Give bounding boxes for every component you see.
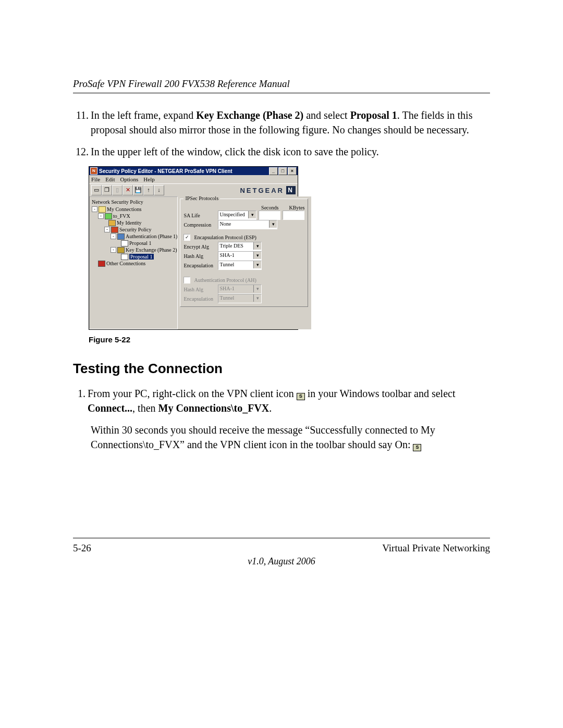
label-compression: Compression — [183, 222, 216, 228]
ah-checkbox[interactable] — [183, 277, 190, 283]
esp-checkbox[interactable]: ✓ — [183, 234, 190, 241]
section-heading: Testing the Connection — [73, 361, 490, 377]
menu-help[interactable]: Help — [143, 176, 154, 182]
test-step-1: 1. From your PC, right-click on the VPN … — [73, 386, 490, 415]
step-body: In the upper left of the window, click t… — [91, 144, 490, 159]
step-number: 1. — [73, 386, 85, 415]
bold: Key Exchange (Phase 2) — [196, 109, 303, 121]
menu-edit[interactable]: Edit — [105, 176, 115, 182]
step-body: In the left frame, expand Key Exchange (… — [91, 108, 490, 137]
label-encrypt: Encrypt Alg — [183, 244, 216, 250]
tree-other-connections[interactable]: Other Connections — [91, 260, 177, 267]
bold: My Connections\to_FVX — [158, 402, 270, 414]
label-esp: Encapsulation Protocol (ESP) — [194, 235, 256, 240]
encrypt-select[interactable]: Triple DES▾ — [218, 242, 262, 251]
toolbar-delete-icon[interactable]: ✕ — [123, 185, 133, 195]
text: , then — [132, 402, 158, 414]
label-salife: SA Life — [183, 213, 216, 218]
security-policy-editor-window: N Security Policy Editor - NETGEAR ProSa… — [89, 166, 298, 330]
tree-title: Network Security Policy — [91, 198, 177, 206]
toolbar-save-icon[interactable]: 💾 — [133, 185, 143, 195]
header-rule — [73, 93, 490, 93]
page-header: ProSafe VPN Firewall 200 FVX538 Referenc… — [73, 78, 490, 90]
salife-select[interactable]: Unspecified▾ — [218, 211, 256, 220]
toolbar: ▭ ❐ ▯ ✕ 💾 ↑ ↓ NETGEAR N — [89, 183, 298, 196]
policy-tree[interactable]: Network Security Policy -My Connections … — [89, 196, 178, 329]
toolbar-up-icon[interactable]: ↑ — [143, 185, 154, 195]
ah-encap-select: Tunnel▾ — [218, 294, 262, 303]
salife-seconds-input[interactable] — [259, 211, 280, 220]
app-icon: N — [90, 167, 97, 175]
window-title: Security Policy Editor - NETGEAR ProSafe… — [99, 168, 232, 174]
vpn-client-tray-icon-on: S — [413, 444, 421, 451]
label-hash: Hash Alg — [183, 253, 216, 259]
version-footer: v1.0, August 2006 — [73, 556, 490, 567]
brand-icon: N — [286, 186, 296, 194]
menu-options[interactable]: Options — [120, 176, 138, 182]
salife-kbytes-input[interactable] — [283, 211, 304, 220]
text: In the left frame, expand — [91, 109, 196, 121]
label-encap2: Encapsulation — [183, 296, 216, 302]
tree-auth-phase1[interactable]: -Authentication (Phase 1) — [91, 233, 177, 240]
label-hash2: Hash Alg — [183, 287, 216, 292]
hash-select[interactable]: SHA-1▾ — [218, 251, 262, 261]
ipsec-protocols-group: Seconds KBytes SA Life Unspecified▾ Comp… — [180, 199, 308, 307]
encapsulation-select[interactable]: Tunnel▾ — [218, 261, 262, 270]
figure-caption: Figure 5-22 — [89, 335, 490, 344]
bold: Connect... — [88, 402, 132, 414]
toolbar-paste-icon[interactable]: ▯ — [112, 185, 123, 195]
tree-to-fvx[interactable]: -to_FVX — [91, 213, 177, 219]
chapter-name: Virtual Private Networking — [382, 542, 490, 554]
text: in your Windows toolbar and select — [305, 388, 456, 399]
tree-my-identity[interactable]: My Identity — [91, 219, 177, 226]
label-ah: Authentication Protocol (AH) — [194, 277, 256, 283]
figure-5-22: N Security Policy Editor - NETGEAR ProSa… — [89, 166, 490, 330]
text: . — [269, 402, 272, 414]
tree-proposal1-p2[interactable]: Proposal 1 — [91, 253, 177, 260]
brand-text: NETGEAR — [240, 187, 284, 194]
text: From your PC, right-click on the VPN cli… — [88, 388, 297, 399]
menu-file[interactable]: File — [91, 176, 100, 182]
minimize-button[interactable]: _ — [269, 167, 278, 175]
toolbar-copy-icon[interactable]: ❐ — [102, 185, 112, 195]
page-number: 5-26 — [73, 542, 91, 554]
label-kbytes: KBytes — [289, 205, 304, 211]
paragraph: Within 30 seconds you should receive the… — [91, 423, 490, 452]
text: and select — [303, 109, 350, 121]
step-body: From your PC, right-click on the VPN cli… — [88, 386, 490, 415]
tree-proposal1-p1[interactable]: Proposal 1 — [91, 240, 177, 246]
netgear-logo: NETGEAR N — [240, 186, 296, 194]
tree-my-connections[interactable]: -My Connections — [91, 206, 177, 213]
toolbar-down-icon[interactable]: ↓ — [154, 185, 164, 195]
compression-select[interactable]: None▾ — [218, 220, 277, 229]
maximize-button[interactable]: □ — [278, 167, 287, 175]
vpn-client-tray-icon: S — [297, 393, 305, 400]
footer-rule — [73, 538, 490, 538]
close-button[interactable]: × — [288, 167, 297, 175]
label-seconds: Seconds — [261, 205, 278, 211]
window-titlebar[interactable]: N Security Policy Editor - NETGEAR ProSa… — [89, 167, 298, 175]
step-11: 11. In the left frame, expand Key Exchan… — [73, 108, 490, 137]
text: Within 30 seconds you should receive the… — [91, 424, 435, 450]
label-encap: Encapsulation — [183, 263, 216, 268]
step-number: 11. — [73, 108, 89, 137]
step-number: 12. — [73, 144, 89, 159]
proposal-properties: Seconds KBytes SA Life Unspecified▾ Comp… — [178, 196, 311, 329]
tree-key-exchange-phase2[interactable]: -Key Exchange (Phase 2) — [91, 246, 177, 253]
toolbar-new-icon[interactable]: ▭ — [91, 185, 102, 195]
menubar: File Edit Options Help — [89, 175, 298, 183]
step-12: 12. In the upper left of the window, cli… — [73, 144, 490, 159]
ah-hash-select: SHA-1▾ — [218, 285, 262, 294]
tree-security-policy[interactable]: -Security Policy — [91, 226, 177, 233]
bold: Proposal 1 — [350, 109, 397, 121]
